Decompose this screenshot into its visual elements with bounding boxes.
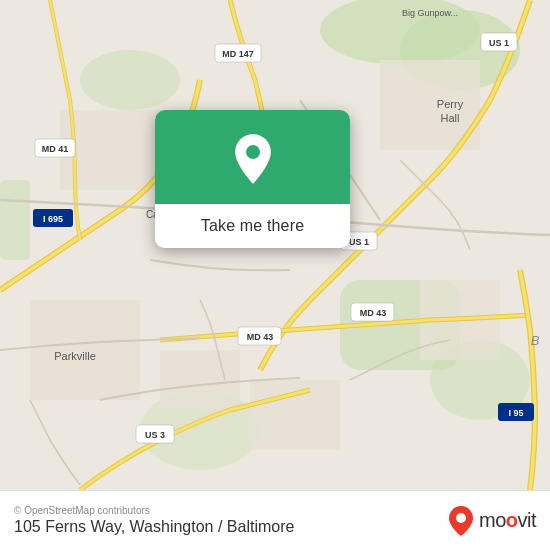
location-pin-icon bbox=[230, 132, 276, 186]
osm-attribution: © OpenStreetMap contributors bbox=[14, 505, 294, 516]
svg-text:Parkville: Parkville bbox=[54, 350, 96, 362]
moovit-pin-icon bbox=[447, 505, 475, 537]
take-me-there-button[interactable]: Take me there bbox=[155, 204, 350, 248]
svg-text:Perry: Perry bbox=[437, 98, 464, 110]
svg-text:US 3: US 3 bbox=[145, 430, 165, 440]
svg-point-4 bbox=[80, 50, 180, 110]
popup-card: Take me there bbox=[155, 110, 350, 248]
svg-rect-12 bbox=[160, 350, 240, 410]
svg-point-40 bbox=[456, 513, 466, 523]
popup-green-area bbox=[155, 110, 350, 204]
bottom-bar: © OpenStreetMap contributors 105 Ferns W… bbox=[0, 490, 550, 550]
svg-text:I 95: I 95 bbox=[508, 408, 523, 418]
svg-text:US 1: US 1 bbox=[489, 38, 509, 48]
svg-rect-5 bbox=[0, 180, 30, 260]
svg-text:I 695: I 695 bbox=[43, 214, 63, 224]
svg-text:MD 43: MD 43 bbox=[247, 332, 274, 342]
bottom-left: © OpenStreetMap contributors 105 Ferns W… bbox=[14, 505, 294, 536]
svg-text:MD 41: MD 41 bbox=[42, 144, 69, 154]
svg-point-39 bbox=[246, 145, 260, 159]
svg-text:Big Gunpow...: Big Gunpow... bbox=[402, 8, 458, 18]
svg-rect-13 bbox=[250, 380, 340, 450]
svg-text:MD 147: MD 147 bbox=[222, 49, 254, 59]
moovit-logo: moovit bbox=[447, 505, 536, 537]
svg-text:US 1: US 1 bbox=[349, 237, 369, 247]
svg-text:Hall: Hall bbox=[441, 112, 460, 124]
svg-text:MD 43: MD 43 bbox=[360, 308, 387, 318]
address-text: 105 Ferns Way, Washington / Baltimore bbox=[14, 518, 294, 536]
svg-text:B: B bbox=[531, 333, 540, 348]
moovit-brand-text: moovit bbox=[479, 509, 536, 532]
map-container: MD 147 MD 41 I 695 US 1 US 1 MD 43 MD 43… bbox=[0, 0, 550, 490]
